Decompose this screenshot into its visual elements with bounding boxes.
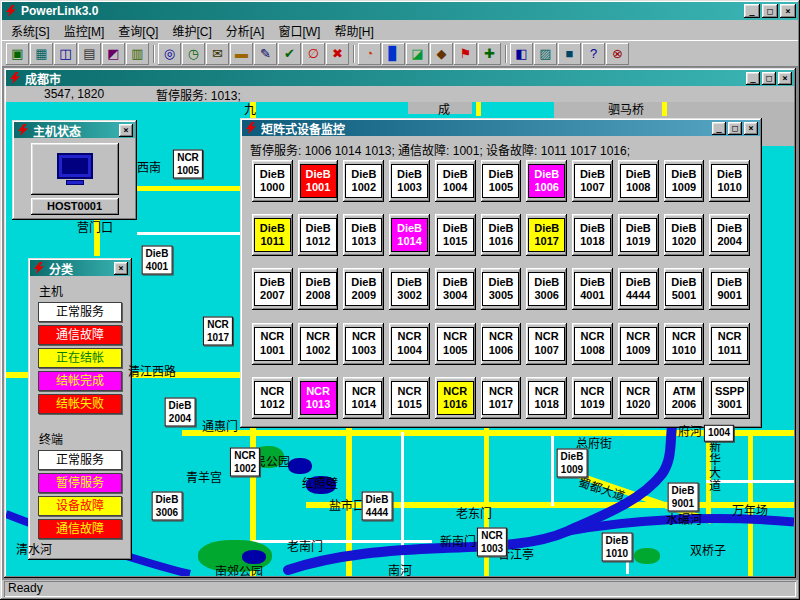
list-view-icon[interactable]: ▤ [78,43,101,65]
menu-window[interactable]: 窗口[W] [271,20,327,41]
device-button-dieb-1020[interactable]: DieB1020 [664,214,705,256]
device-button-dieb-2008[interactable]: DieB2008 [298,268,339,310]
cash-icon[interactable]: ▬ [230,43,253,65]
device-button-dieb-1006[interactable]: DieB1006 [526,160,567,202]
map-device-dieb-4444[interactable]: DieB4444 [362,492,393,521]
trend-chart-icon[interactable]: ◪ [406,43,429,65]
map-monitor-icon[interactable]: ◫ [54,43,77,65]
device-button-dieb-3002[interactable]: DieB3002 [389,268,430,310]
minimize-button[interactable]: _ [744,4,760,18]
confirm-icon[interactable]: ✔ [278,43,301,65]
report-view-icon[interactable]: ▥ [126,43,149,65]
device-button-ncr-1001[interactable]: NCR1001 [252,323,293,365]
device-button-dieb-1012[interactable]: DieB1012 [298,214,339,256]
matrix-monitor-icon[interactable]: ▦ [30,43,53,65]
host-item-button[interactable] [31,143,119,195]
delete-icon[interactable]: ✖ [326,43,349,65]
close-button[interactable]: × [780,4,796,18]
device-button-ncr-1009[interactable]: NCR1009 [618,323,659,365]
legend-close-button[interactable]: × [114,262,128,275]
device-button-dieb-1008[interactable]: DieB1008 [618,160,659,202]
cascade-windows-icon[interactable]: ◧ [510,43,533,65]
device-button-dieb-1019[interactable]: DieB1019 [618,214,659,256]
map-device-ncr-1003[interactable]: NCR1003 [477,528,507,557]
settings-icon[interactable]: ■ [558,43,581,65]
device-button-ncr-1020[interactable]: NCR1020 [618,377,659,419]
map-device-dieb-9001[interactable]: DieB9001 [668,483,699,512]
device-button-ncr-1007[interactable]: NCR1007 [526,323,567,365]
menu-help[interactable]: 帮助[H] [327,20,380,41]
device-button-ncr-1002[interactable]: NCR1002 [298,323,339,365]
tile-windows-icon[interactable]: ▨ [534,43,557,65]
device-button-dieb-1001[interactable]: DieB1001 [298,160,339,202]
device-button-dieb-1010[interactable]: DieB1010 [709,160,750,202]
device-button-dieb-1000[interactable]: DieB1000 [252,160,293,202]
maximize-button[interactable]: □ [762,4,778,18]
menu-system[interactable]: 系统[S] [4,20,57,41]
host-close-button[interactable]: × [119,124,133,137]
device-button-dieb-2007[interactable]: DieB2007 [252,268,293,310]
device-button-dieb-1017[interactable]: DieB1017 [526,214,567,256]
menu-maintain[interactable]: 维护[C] [165,20,218,41]
device-button-dieb-1002[interactable]: DieB1002 [343,160,384,202]
menu-query[interactable]: 查询[Q] [111,20,165,41]
map-device-dieb-2004[interactable]: DieB2004 [165,398,196,427]
device-button-dieb-1007[interactable]: DieB1007 [572,160,613,202]
device-button-dieb-1005[interactable]: DieB1005 [481,160,522,202]
menu-monitor[interactable]: 监控[M] [57,20,112,41]
device-button-ncr-1011[interactable]: NCR1011 [709,323,750,365]
device-button-dieb-4444[interactable]: DieB4444 [618,268,659,310]
device-button-dieb-3005[interactable]: DieB3005 [481,268,522,310]
device-button-ncr-1014[interactable]: NCR1014 [343,377,384,419]
device-button-dieb-1013[interactable]: DieB1013 [343,214,384,256]
map-device-ncr-1005[interactable]: NCR1005 [173,150,203,179]
device-button-dieb-1018[interactable]: DieB1018 [572,214,613,256]
map-maximize-button[interactable]: □ [762,72,776,85]
map-device-dieb-3006[interactable]: DieB3006 [152,492,183,521]
device-button-dieb-4001[interactable]: DieB4001 [572,268,613,310]
search-icon[interactable]: ◎ [158,43,181,65]
device-button-ncr-1016[interactable]: NCR1016 [435,377,476,419]
device-button-dieb-1009[interactable]: DieB1009 [664,160,705,202]
chart-view-icon[interactable]: ◩ [102,43,125,65]
device-button-ncr-1006[interactable]: NCR1006 [481,323,522,365]
device-button-ncr-1005[interactable]: NCR1005 [435,323,476,365]
map-device-dieb-4001[interactable]: DieB4001 [142,246,173,275]
device-button-ncr-1003[interactable]: NCR1003 [343,323,384,365]
device-button-ncr-1008[interactable]: NCR1008 [572,323,613,365]
device-button-ncr-1017[interactable]: NCR1017 [481,377,522,419]
map-device-dieb-1010[interactable]: DieB1010 [602,533,633,562]
device-button-dieb-1015[interactable]: DieB1015 [435,214,476,256]
device-button-ncr-1010[interactable]: NCR1010 [664,323,705,365]
device-button-ncr-1012[interactable]: NCR1012 [252,377,293,419]
matrix-minimize-button[interactable]: _ [712,122,726,135]
device-button-ncr-1015[interactable]: NCR1015 [389,377,430,419]
map-device-dieb-1009[interactable]: DieB1009 [557,449,588,478]
host-monitor-icon[interactable]: ▣ [6,43,29,65]
device-button-dieb-5001[interactable]: DieB5001 [664,268,705,310]
exit-icon[interactable]: ⊗ [606,43,629,65]
menu-analyze[interactable]: 分析[A] [219,20,272,41]
device-button-dieb-3004[interactable]: DieB3004 [435,268,476,310]
clock-icon[interactable]: ◷ [182,43,205,65]
device-button-dieb-1004[interactable]: DieB1004 [435,160,476,202]
flag-icon[interactable]: ⚑ [454,43,477,65]
device-button-dieb-3006[interactable]: DieB3006 [526,268,567,310]
device-button-ncr-1019[interactable]: NCR1019 [572,377,613,419]
device-button-dieb-2004[interactable]: DieB2004 [709,214,750,256]
device-button-dieb-2009[interactable]: DieB2009 [343,268,384,310]
map-device-ncr-1002[interactable]: NCR1002 [230,448,260,477]
bar-chart-icon[interactable]: ▊ [382,43,405,65]
pie-chart-icon[interactable]: ◔ [358,43,381,65]
device-button-dieb-1003[interactable]: DieB1003 [389,160,430,202]
device-button-ncr-1004[interactable]: NCR1004 [389,323,430,365]
device-button-dieb-1014[interactable]: DieB1014 [389,214,430,256]
device-button-dieb-1016[interactable]: DieB1016 [481,214,522,256]
matrix-maximize-button[interactable]: □ [728,122,742,135]
matrix-close-button[interactable]: × [744,122,758,135]
map-device-1004[interactable]: 1004 [704,425,734,442]
calc-icon[interactable]: ◆ [430,43,453,65]
stop-icon[interactable]: ∅ [302,43,325,65]
device-button-dieb-1011[interactable]: DieB1011 [252,214,293,256]
map-device-ncr-1017[interactable]: NCR1017 [203,317,233,346]
